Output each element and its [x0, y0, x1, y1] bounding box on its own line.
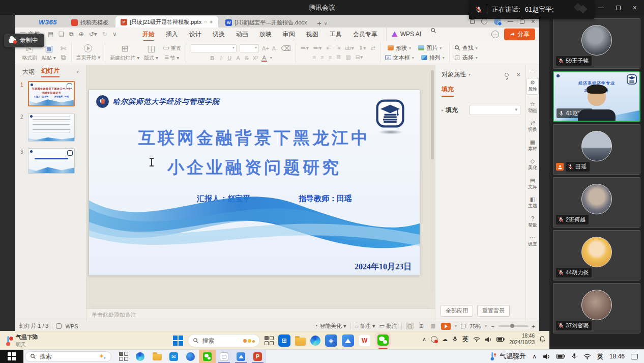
participant-tile-speaking[interactable]: 经济系经济学专业 2021级本科 开题 61赵宝平	[553, 71, 640, 122]
slide-thumbnail-2[interactable]	[28, 113, 75, 142]
start-button[interactable]	[173, 336, 183, 346]
tab-review[interactable]: 审阅	[277, 27, 301, 41]
normal-view-icon[interactable]: ▢	[406, 323, 414, 329]
search-icon[interactable]	[430, 27, 436, 34]
columns-icon[interactable]: ▥	[345, 54, 350, 61]
clear-format-icon[interactable]: ⌫	[281, 45, 291, 52]
align-right-icon[interactable]: ≡	[329, 54, 332, 61]
tab-animation[interactable]: 动画	[230, 27, 254, 41]
file-explorer-icon[interactable]	[295, 338, 306, 346]
tab-member[interactable]: 会员专享	[347, 27, 383, 41]
edge-app[interactable]	[132, 350, 149, 363]
tab-view[interactable]: 视图	[301, 27, 324, 41]
italic-button[interactable]: I	[218, 55, 224, 61]
font-family-select[interactable]	[191, 44, 237, 52]
rail-item-assets[interactable]: ▦素材	[528, 139, 537, 152]
font-increase-button[interactable]: A+	[262, 45, 269, 51]
action-center-icon[interactable]	[631, 354, 638, 359]
tab-design[interactable]: 设计	[184, 27, 207, 41]
play-options-icon[interactable]: ▾	[455, 324, 457, 328]
horizontal-scrollbar[interactable]	[91, 304, 429, 308]
task-view-icon[interactable]	[265, 336, 274, 345]
play-slideshow-button[interactable]	[441, 323, 451, 330]
docx-document-tab[interactable]: W [只读]赵宝平—开题报告.docx	[220, 17, 312, 27]
tray-clock[interactable]: 18:46 2024/10/23	[509, 333, 535, 346]
participant-tile[interactable]: 37刘馨璐	[553, 283, 640, 333]
fill-tab[interactable]: 填充	[442, 85, 454, 97]
text-direction-icon[interactable]: ⇄	[371, 45, 375, 51]
notes-bar[interactable]: 单击此处添加备注	[86, 309, 435, 321]
task-view-button[interactable]	[115, 350, 132, 363]
rail-item-theme[interactable]: ◧主题	[528, 197, 537, 209]
cut-copy-buttons[interactable]: ✄ ⧉	[61, 45, 67, 61]
collapse-panel-icon[interactable]: ‹	[77, 68, 79, 75]
participant-tile[interactable]: 44胡力炎	[553, 230, 640, 281]
slide-thumbnail-1[interactable]: 互联网金融背景下黑龙江中小企业融资问题研究 汇报人：赵宝平指导教师：田瑶	[28, 81, 75, 106]
strikethrough-button[interactable]: S	[244, 55, 250, 61]
battery-icon[interactable]	[496, 337, 505, 342]
ribbon-options-icon[interactable]: ⋯	[491, 31, 499, 38]
beautify-button[interactable]: ◔ 智能美化 ▾	[314, 322, 346, 330]
text-highlight-icon[interactable]: ab▾	[345, 45, 354, 51]
reset-background-button[interactable]: 重置背景	[477, 305, 510, 317]
slide-thumb-row-2[interactable]: 2	[15, 110, 86, 146]
print-icon[interactable]: ❏	[58, 31, 64, 38]
slide-thumb-row-3[interactable]: 3	[15, 146, 86, 178]
more-commands-icon[interactable]: ∨	[112, 31, 117, 38]
cloud-icon[interactable]: ☁	[442, 336, 448, 343]
battery-icon[interactable]	[557, 354, 565, 359]
wps-minimize-icon[interactable]	[508, 21, 513, 22]
notes-button[interactable]: ≡ 备注 ▾	[355, 322, 375, 330]
ime-indicator[interactable]: 英	[462, 335, 469, 344]
wechat-active-icon[interactable]	[375, 332, 391, 348]
minimize-icon[interactable]	[598, 8, 604, 8]
reset-section-buttons[interactable]: ▭ 重置 ≡ 节 ▾	[163, 44, 181, 62]
zoom-level[interactable]: 75%	[470, 323, 481, 329]
apply-all-button[interactable]: 全部应用	[441, 305, 473, 317]
docer-template-tab[interactable]: 找稻壳模板	[66, 17, 113, 27]
wechat-app[interactable]	[199, 350, 216, 363]
number-list-icon[interactable]: ≕▾	[313, 45, 322, 51]
start-from-page-button[interactable]: 当页开始 ▾	[76, 44, 101, 61]
font-decrease-button[interactable]: A-	[272, 45, 278, 51]
outer-clock[interactable]: 18:46	[609, 353, 625, 360]
weather-widget[interactable]: 气温下降 明天	[4, 333, 38, 348]
photos-icon[interactable]: ◈	[325, 334, 337, 347]
mic-icon[interactable]	[571, 353, 577, 360]
participant-tile[interactable]: 2班何越	[553, 177, 640, 228]
line-spacing-icon[interactable]: ⇕▾	[359, 45, 366, 51]
tab-slides[interactable]: 幻灯片	[41, 67, 60, 77]
share-button[interactable]: 分享	[504, 29, 535, 40]
chevron-down-icon[interactable]: ▾	[469, 72, 471, 77]
select-button[interactable]: ⊡ 选择▾	[454, 54, 478, 62]
save-icon[interactable]: ▤	[48, 31, 53, 38]
superscript-button[interactable]: X²	[253, 55, 258, 61]
wifi-icon[interactable]	[583, 353, 591, 359]
skin-icon[interactable]	[481, 18, 487, 24]
slide-title[interactable]: 互联网金融背景下黑龙江中小企业融资问题研究	[89, 124, 420, 183]
font-size-select[interactable]	[240, 44, 259, 52]
account-avatar[interactable]	[494, 18, 501, 25]
fullscreen-icon[interactable]	[461, 324, 465, 328]
output-icon[interactable]: ⧉	[69, 31, 74, 38]
smart-format-icon[interactable]: ⊟▾	[356, 54, 363, 61]
preview-icon[interactable]: ⊕	[79, 31, 84, 38]
bold-button[interactable]: B	[210, 55, 215, 61]
quark-app[interactable]	[232, 350, 249, 363]
slide-thumb-row-1[interactable]: 1 互联网金融背景下黑龙江中小企业融资问题研究 汇报人：赵宝平指导教师：田瑶	[15, 78, 86, 110]
store-icon[interactable]: ⊞	[278, 334, 290, 347]
rail-item-animation[interactable]: ☆动画	[528, 101, 537, 114]
participant-tile[interactable]: 田瑶	[553, 124, 640, 175]
window-app[interactable]	[216, 350, 232, 363]
tab-insert[interactable]: 插入	[160, 27, 184, 41]
slide-1[interactable]: 哈尔滨师范大学经济与管理学院	[89, 90, 420, 276]
rail-item-settings[interactable]: ⋯设置	[528, 235, 537, 247]
notification-bell-icon[interactable]	[539, 336, 545, 343]
rail-item-beautify[interactable]: ◇美化	[528, 158, 537, 171]
tray-recording-icon[interactable]	[431, 336, 437, 343]
bullet-list-icon[interactable]: ≔▾	[301, 45, 309, 51]
taskbar-search[interactable]: 搜索	[188, 334, 260, 347]
underline-button[interactable]: U	[227, 55, 232, 61]
ime-indicator[interactable]: 英	[597, 352, 603, 361]
slide-thumbnail-3[interactable]	[28, 148, 75, 174]
